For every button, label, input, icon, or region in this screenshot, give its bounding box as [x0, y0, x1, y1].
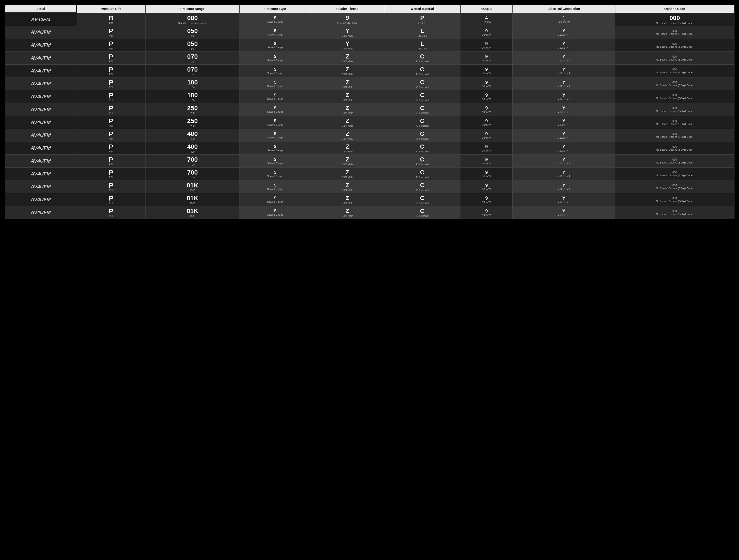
- cell-wetted-material: C 718 Inconel: [384, 51, 460, 64]
- cell-header-thread: Z G1/4 Male: [311, 155, 384, 167]
- cell-electrical-connection: Y M12x1 - 4P: [512, 26, 615, 39]
- cell-header-thread: Z G1/4 Male: [311, 77, 384, 90]
- cell-wetted-material: P 17-4PH: [384, 13, 460, 26]
- cell-options-code: 000 No Special Options (3-Digit Code): [615, 142, 734, 155]
- cell-serial: AV4UFM: [5, 64, 77, 77]
- cell-pressure-type: S Sealed Gauge: [240, 206, 311, 219]
- cell-wetted-material: C 718 Inconel: [384, 142, 460, 155]
- cell-pressure-range: 01K 1000: [146, 206, 240, 219]
- cell-pressure-unit: P PSI: [77, 167, 146, 180]
- cell-header-thread: Z G1/4 Male: [311, 90, 384, 103]
- cell-pressure-unit: P PSI: [77, 64, 146, 77]
- cell-output: 9 10mV/V: [460, 180, 512, 193]
- cell-pressure-range: 700 700: [146, 155, 240, 167]
- cell-header-thread: Z G1/4 Male: [311, 206, 384, 219]
- cell-serial: AV4UFM: [5, 155, 77, 167]
- cell-electrical-connection: Y M12x1 - 4P: [512, 39, 615, 51]
- cell-electrical-connection: Y M12x1 - 4P: [512, 180, 615, 193]
- table-row: AV4UFM P PSI 01K 1000 S Sealed Gauge Z G…: [5, 180, 734, 193]
- cell-pressure-range: 700 700: [146, 167, 240, 180]
- cell-pressure-range: 400 400: [146, 142, 240, 155]
- cell-serial: AV4UFM: [5, 103, 77, 116]
- cell-options-code: 000 No Special Options (3-Digit Code): [615, 77, 734, 90]
- table-row: AV4UFM P PSI 070 70 S Sealed Gauge Z G1/…: [5, 64, 734, 77]
- cell-pressure-unit: P PSI: [77, 103, 146, 116]
- cell-options-code: 000 No Special Options (3-Digit Code): [615, 116, 734, 129]
- cell-serial: AV4UFM: [5, 51, 77, 64]
- cell-options-code: 000 No Special Options (3-Digit Code): [615, 64, 734, 77]
- cell-serial: AV4UFM: [5, 129, 77, 142]
- table-row: AV4UFM P PSI 100 100 S Sealed Gauge Z G1…: [5, 90, 734, 103]
- cell-pressure-unit: P PSI: [77, 206, 146, 219]
- table-row: AV4UFM P PSI 01K 1000 S Sealed Gauge Z G…: [5, 193, 734, 206]
- cell-pressure-type: S Sealed Gauge: [240, 13, 311, 26]
- cell-output: 9 10mV/V: [460, 26, 512, 39]
- cell-options-code: 000 No Special Options (3-Digit Code): [615, 103, 734, 116]
- cell-serial: AV4UFM: [5, 142, 77, 155]
- cell-header-thread: Z G1/4 Male: [311, 129, 384, 142]
- cell-pressure-range: 100 100: [146, 77, 240, 90]
- main-table-wrapper: Serial Pressure Unit Pressure Range Pres…: [5, 5, 734, 219]
- cell-electrical-connection: Y M12x1 - 4P: [512, 167, 615, 180]
- header-header-thread: Header Thread: [311, 5, 384, 13]
- cell-electrical-connection: 1 Solder Pins: [512, 13, 615, 26]
- cell-output: 9 10mV/V: [460, 155, 512, 167]
- cell-header-thread: Z G1/4 Male: [311, 142, 384, 155]
- cell-pressure-type: S Sealed Gauge: [240, 26, 311, 39]
- cell-wetted-material: C 718 Inconel: [384, 180, 460, 193]
- cell-pressure-unit: P PSI: [77, 155, 146, 167]
- header-pressure-range: Pressure Range: [146, 5, 240, 13]
- cell-output: 9 10mV/V: [460, 39, 512, 51]
- cell-output: 9 10mV/V: [460, 167, 512, 180]
- cell-pressure-unit: B bar: [77, 13, 146, 26]
- cell-header-thread: Z G1/4 Male: [311, 193, 384, 206]
- table-row: AV4UFM P PSI 050 50 S Sealed Gauge Y G1/…: [5, 26, 734, 39]
- cell-serial: AV4UFM: [5, 90, 77, 103]
- cell-pressure-type: S Sealed Gauge: [240, 39, 311, 51]
- cell-output: 9 10mV/V: [460, 116, 512, 129]
- cell-pressure-unit: P PSI: [77, 180, 146, 193]
- header-electrical-connection: Electrical Connection: [512, 5, 615, 13]
- cell-pressure-type: S Sealed Gauge: [240, 129, 311, 142]
- table-row: AV40FM B bar 000 Standard Pressure Range…: [5, 13, 734, 26]
- cell-pressure-range: 050 50: [146, 26, 240, 39]
- cell-pressure-range: 01K 1000: [146, 180, 240, 193]
- cell-electrical-connection: Y M12x1 - 4P: [512, 116, 615, 129]
- cell-electrical-connection: Y M12x1 - 4P: [512, 51, 615, 64]
- cell-wetted-material: C 718 Inconel: [384, 77, 460, 90]
- cell-output: 9 10mV/V: [460, 77, 512, 90]
- cell-header-thread: Z G1/4 Male: [311, 51, 384, 64]
- cell-wetted-material: C 718 Inconel: [384, 167, 460, 180]
- cell-wetted-material: L 316L-SS: [384, 39, 460, 51]
- cell-serial: AV4UFM: [5, 167, 77, 180]
- table-row: AV4UFM P PSI 700 700 S Sealed Gauge Z G1…: [5, 167, 734, 180]
- cell-electrical-connection: Y M12x1 - 4P: [512, 77, 615, 90]
- cell-output: 9 10mV/V: [460, 193, 512, 206]
- table-header-row: Serial Pressure Unit Pressure Range Pres…: [5, 5, 734, 13]
- cell-pressure-type: S Sealed Gauge: [240, 167, 311, 180]
- cell-wetted-material: C 718 Inconel: [384, 103, 460, 116]
- cell-wetted-material: L 316L-SS: [384, 26, 460, 39]
- cell-electrical-connection: Y M12x1 - 4P: [512, 103, 615, 116]
- cell-header-thread: 9 9/16-18 UNF Male: [311, 13, 384, 26]
- cell-pressure-type: S Sealed Gauge: [240, 116, 311, 129]
- cell-pressure-type: S Sealed Gauge: [240, 155, 311, 167]
- cell-pressure-type: S Sealed Gauge: [240, 142, 311, 155]
- cell-options-code: 000 No Special Options (3-Digit Code): [615, 167, 734, 180]
- cell-options-code: 000 No Special Options (3-Digit Code): [615, 26, 734, 39]
- cell-serial: AV40FM: [5, 13, 77, 26]
- cell-pressure-unit: P PSI: [77, 39, 146, 51]
- cell-options-code: 000 No Special Options (3-Digit Code): [615, 51, 734, 64]
- cell-header-thread: Z G1/4 Male: [311, 103, 384, 116]
- cell-options-code: 000 No Special Options (3-Digit Code): [615, 129, 734, 142]
- cell-wetted-material: C 718 Inconel: [384, 129, 460, 142]
- table-row: AV4UFM P PSI 100 100 S Sealed Gauge Z G1…: [5, 77, 734, 90]
- cell-header-thread: Z G1/4 Male: [311, 64, 384, 77]
- cell-header-thread: Z G1/4 Male: [311, 180, 384, 193]
- cell-pressure-unit: P PSI: [77, 142, 146, 155]
- cell-serial: AV4UFM: [5, 180, 77, 193]
- table-row: AV4UFM P PSI 01K 1000 S Sealed Gauge Z G…: [5, 206, 734, 219]
- cell-pressure-range: 000 Standard Pressure Range: [146, 13, 240, 26]
- cell-pressure-type: S Sealed Gauge: [240, 103, 311, 116]
- cell-output: 9 10mV/V: [460, 103, 512, 116]
